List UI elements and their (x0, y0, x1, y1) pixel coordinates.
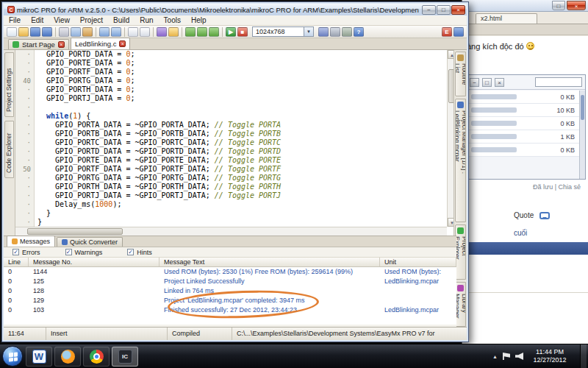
action-center-flag-icon[interactable] (503, 353, 510, 360)
message-row[interactable]: 0128Linked in 764 ms (4, 286, 456, 296)
taskbar-clock[interactable]: 11:44 PM 12/27/2012 (528, 348, 571, 364)
start-button[interactable] (2, 346, 23, 367)
right-tab-library-manager[interactable]: Library Manager (455, 282, 466, 327)
panel-close-icon[interactable]: × (495, 78, 504, 87)
stop-build-icon[interactable]: ■ (237, 27, 248, 37)
panel-search-input[interactable] (535, 77, 582, 87)
scrollbar-thumb[interactable] (27, 228, 123, 235)
right-tab-routine-list[interactable]: Routine List (455, 52, 466, 96)
paste-icon[interactable] (82, 27, 93, 37)
panel-scrollbar[interactable] (579, 91, 585, 179)
taskbar-mikroc-button[interactable]: IC (112, 347, 138, 367)
build-icon[interactable] (185, 27, 196, 37)
panel-maximize-icon[interactable]: □ (482, 78, 492, 87)
volume-icon[interactable] (515, 353, 523, 360)
resolution-dropdown[interactable]: 1024x768 ▼ (252, 26, 314, 37)
build-program-icon[interactable] (209, 27, 219, 37)
tab-messages[interactable]: Messages (7, 236, 55, 247)
ide-titlebar[interactable]: C mikroC PRO for ARM v.2.5.0 - C:\Users\… (4, 4, 467, 15)
help-icon[interactable]: ? (354, 27, 364, 37)
attachment-row[interactable]: 0 KB (467, 144, 579, 157)
tab-start-page[interactable]: Start Page× (8, 39, 69, 49)
code-line: · Delay_ms(1000); (15, 200, 447, 209)
tab-close-icon[interactable]: × (58, 41, 65, 48)
build-all-icon[interactable] (197, 27, 207, 37)
column-header-message-text[interactable]: Message Text (159, 258, 380, 266)
column-header-unit[interactable]: Unit (380, 258, 456, 266)
show-hidden-icons[interactable]: ▲ (492, 354, 498, 359)
open-file-icon[interactable] (18, 27, 29, 37)
taskbar-firefox-button[interactable] (54, 347, 81, 367)
menu-run[interactable]: Run (135, 15, 158, 26)
attachment-row[interactable]: 10 KB (467, 104, 579, 117)
open-project-icon[interactable] (168, 27, 179, 37)
attachment-size: 0 KB (560, 93, 575, 101)
left-tab-project-settings[interactable]: Project Settings (4, 52, 14, 117)
message-row[interactable]: 01144Used ROM (bytes): 2530 (1%) Free RO… (4, 267, 456, 277)
message-row[interactable]: 0129Project 'LedBlinking.mcpar' complete… (4, 296, 456, 305)
panel-minimize-icon[interactable]: − (470, 78, 479, 87)
show-desktop-button[interactable] (580, 344, 587, 368)
menu-help[interactable]: Help (186, 15, 212, 26)
menu-view[interactable]: View (49, 15, 75, 26)
save-icon[interactable] (30, 27, 40, 37)
redo-icon[interactable] (111, 27, 121, 37)
find-icon[interactable] (128, 27, 138, 37)
close-button[interactable]: × (451, 5, 465, 15)
column-header-message-no[interactable]: Message No. (29, 258, 159, 266)
attachment-row[interactable]: 0 KB (467, 91, 579, 104)
code-editor[interactable]: · GPIO_PORTD_DATA = 0;· GPIO_PORTE_DATA … (15, 50, 456, 236)
right-tab-project-explorer[interactable]: Project Explorer (455, 224, 466, 280)
checkbox-icon[interactable]: ✓ (65, 249, 72, 255)
program-mcu-icon[interactable] (318, 27, 329, 37)
scrollbar-thumb[interactable] (581, 95, 584, 120)
menu-edit[interactable]: Edit (26, 15, 49, 26)
taskbar-word-button[interactable]: W (26, 347, 52, 367)
column-header-line[interactable]: Line (4, 258, 29, 266)
last-page-link[interactable]: cuối (514, 229, 527, 237)
replace-icon[interactable] (140, 27, 150, 37)
minimize-button[interactable]: − (422, 5, 436, 15)
filter-warnings[interactable]: ✓Warnings (65, 249, 103, 256)
edit-project-icon[interactable]: E (442, 27, 452, 37)
filter-errors[interactable]: ✓Errors (12, 249, 40, 256)
cut-icon[interactable] (59, 27, 69, 37)
attachment-row[interactable]: 1 KB (467, 130, 579, 144)
chevron-down-icon[interactable]: ▼ (304, 27, 313, 36)
tab-ledblinking-c[interactable]: LedBlinking.c× (71, 38, 131, 49)
attachment-row[interactable]: 0 KB (467, 117, 579, 130)
left-tab-code-explorer[interactable]: Code Explorer (4, 121, 14, 178)
copy-icon[interactable] (71, 27, 81, 37)
browser-close-button[interactable]: × (567, 1, 586, 10)
checkbox-icon[interactable]: ✓ (12, 249, 19, 255)
quote-button[interactable]: Quote (514, 211, 534, 219)
menu-file[interactable]: File (4, 15, 26, 26)
horizontal-scrollbar[interactable] (15, 227, 447, 236)
run-debugger-icon[interactable]: ▶ (226, 27, 236, 37)
checkbox-icon[interactable]: ✓ (127, 249, 134, 255)
display-settings-icon[interactable] (330, 27, 340, 37)
comment-bubble-icon[interactable] (539, 212, 550, 219)
menu-project[interactable]: Project (75, 15, 108, 26)
message-row[interactable]: 0125Project Linked SuccessfullyLedBlinki… (4, 277, 456, 286)
tab-quick-converter[interactable]: Quick Converter (57, 237, 123, 247)
browser-maximize-button[interactable]: □ (552, 1, 565, 10)
message-row[interactable]: 0103Finished successfully: 27 Dec 2012, … (4, 305, 456, 315)
new-file-icon[interactable] (7, 27, 17, 37)
filter-hints[interactable]: ✓Hints (127, 249, 152, 256)
right-tab-project-manager-1-1-ledblinking-mcpar[interactable]: Project Manager [1/1] : LedBlinking.mcpa… (455, 99, 466, 222)
undo-icon[interactable] (99, 27, 110, 37)
menu-build[interactable]: Build (108, 15, 135, 26)
new-project-icon[interactable] (157, 27, 167, 37)
background-browser-window[interactable]: □ × x2.html àng kích độc đó − □ × 0 KB10… (462, 0, 588, 344)
taskbar-chrome-button[interactable] (83, 347, 110, 367)
saved-share-text[interactable]: Đã lưu | Chia sẻ (533, 183, 581, 191)
toolbar-group-right: E (441, 27, 465, 37)
tab-close-icon[interactable]: × (119, 40, 126, 47)
browser-tab[interactable]: x2.html (476, 13, 537, 24)
menu-tools[interactable]: Tools (159, 15, 186, 26)
save-all-icon[interactable] (42, 27, 52, 37)
comment-lines-icon[interactable] (453, 27, 464, 37)
options-icon[interactable] (342, 27, 352, 37)
maximize-button[interactable]: □ (437, 5, 451, 15)
